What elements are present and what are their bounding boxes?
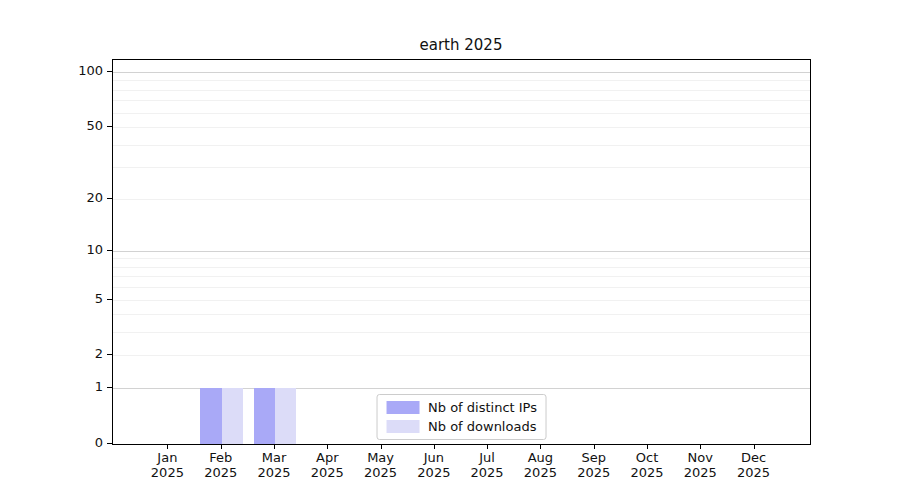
xtick-month: Dec xyxy=(724,450,784,465)
ytick-label-2: 2 xyxy=(0,346,103,362)
legend-label-downloads: Nb of downloads xyxy=(428,419,536,434)
ytick-mark-20 xyxy=(107,198,112,199)
gridline-y-30 xyxy=(113,167,810,168)
ytick-label-50: 50 xyxy=(0,118,103,134)
xtick-label-apr: Apr2025 xyxy=(297,450,357,480)
gridline-y-90 xyxy=(113,80,810,81)
ytick-mark-100 xyxy=(107,71,112,72)
xtick-year: 2025 xyxy=(297,465,357,480)
bar-distinct-ips-feb xyxy=(200,388,221,444)
chart-title: earth 2025 xyxy=(112,36,810,54)
gridline-y-60 xyxy=(113,113,810,114)
xtick-mark-feb xyxy=(221,444,222,449)
xtick-year: 2025 xyxy=(404,465,464,480)
legend-swatch-distinct-ips xyxy=(386,401,419,414)
ytick-label-10: 10 xyxy=(0,242,103,258)
legend-swatch-downloads xyxy=(386,420,419,433)
xtick-mark-dec xyxy=(754,444,755,449)
ytick-label-20: 20 xyxy=(0,190,103,206)
ytick-label-0: 0 xyxy=(0,435,103,451)
gridline-y-10 xyxy=(113,251,810,252)
bar-distinct-ips-mar xyxy=(254,388,275,444)
gridline-y-5 xyxy=(113,300,810,301)
xtick-month: Aug xyxy=(510,450,570,465)
xtick-month: Apr xyxy=(297,450,357,465)
ytick-label-5: 5 xyxy=(0,291,103,307)
figure: earth 2025 Nb of distinct IPsNb of downl… xyxy=(0,0,900,500)
xtick-year: 2025 xyxy=(617,465,677,480)
ytick-mark-2 xyxy=(107,354,112,355)
xtick-month: Oct xyxy=(617,450,677,465)
ytick-mark-10 xyxy=(107,250,112,251)
gridline-y-40 xyxy=(113,145,810,146)
xtick-mark-may xyxy=(381,444,382,449)
ytick-mark-5 xyxy=(107,299,112,300)
gridline-y-7 xyxy=(113,276,810,277)
plot-area: Nb of distinct IPsNb of downloads xyxy=(112,59,811,445)
xtick-mark-sep xyxy=(594,444,595,449)
xtick-label-dec: Dec2025 xyxy=(724,450,784,480)
xtick-year: 2025 xyxy=(510,465,570,480)
gridline-y-4 xyxy=(113,314,810,315)
xtick-label-may: May2025 xyxy=(351,450,411,480)
gridline-y-80 xyxy=(113,90,810,91)
gridline-y-3 xyxy=(113,332,810,333)
xtick-mark-jul xyxy=(487,444,488,449)
ytick-mark-0 xyxy=(107,443,112,444)
xtick-year: 2025 xyxy=(564,465,624,480)
xtick-year: 2025 xyxy=(457,465,517,480)
xtick-year: 2025 xyxy=(670,465,730,480)
legend: Nb of distinct IPsNb of downloads xyxy=(376,394,547,440)
xtick-year: 2025 xyxy=(351,465,411,480)
xtick-label-sep: Sep2025 xyxy=(564,450,624,480)
xtick-mark-nov xyxy=(700,444,701,449)
xtick-label-nov: Nov2025 xyxy=(670,450,730,480)
xtick-label-feb: Feb2025 xyxy=(191,450,251,480)
ytick-mark-1 xyxy=(107,387,112,388)
xtick-label-jul: Jul2025 xyxy=(457,450,517,480)
xtick-year: 2025 xyxy=(724,465,784,480)
gridline-y-9 xyxy=(113,258,810,259)
xtick-month: Sep xyxy=(564,450,624,465)
xtick-month: May xyxy=(351,450,411,465)
xtick-label-oct: Oct2025 xyxy=(617,450,677,480)
xtick-year: 2025 xyxy=(137,465,197,480)
ytick-mark-50 xyxy=(107,126,112,127)
xtick-label-mar: Mar2025 xyxy=(244,450,304,480)
xtick-month: Mar xyxy=(244,450,304,465)
xtick-month: Jan xyxy=(137,450,197,465)
gridline-y-8 xyxy=(113,267,810,268)
gridline-y-20 xyxy=(113,199,810,200)
gridline-y-100 xyxy=(113,72,810,73)
xtick-mark-jun xyxy=(434,444,435,449)
gridline-y-50 xyxy=(113,127,810,128)
bar-downloads-feb xyxy=(222,388,243,444)
gridline-y-2 xyxy=(113,355,810,356)
xtick-mark-aug xyxy=(540,444,541,449)
xtick-label-jan: Jan2025 xyxy=(137,450,197,480)
bar-downloads-mar xyxy=(275,388,296,444)
ytick-label-100: 100 xyxy=(0,63,103,79)
xtick-mark-mar xyxy=(274,444,275,449)
xtick-month: Jun xyxy=(404,450,464,465)
xtick-label-jun: Jun2025 xyxy=(404,450,464,480)
xtick-month: Feb xyxy=(191,450,251,465)
ytick-label-1: 1 xyxy=(0,379,103,395)
xtick-year: 2025 xyxy=(191,465,251,480)
xtick-month: Nov xyxy=(670,450,730,465)
legend-label-distinct-ips: Nb of distinct IPs xyxy=(428,400,537,415)
xtick-year: 2025 xyxy=(244,465,304,480)
xtick-month: Jul xyxy=(457,450,517,465)
gridline-y-70 xyxy=(113,100,810,101)
legend-item-distinct-ips: Nb of distinct IPs xyxy=(386,400,537,415)
xtick-mark-jan xyxy=(167,444,168,449)
gridline-y-6 xyxy=(113,287,810,288)
xtick-label-aug: Aug2025 xyxy=(510,450,570,480)
xtick-mark-apr xyxy=(327,444,328,449)
xtick-mark-oct xyxy=(647,444,648,449)
legend-item-downloads: Nb of downloads xyxy=(386,419,537,434)
